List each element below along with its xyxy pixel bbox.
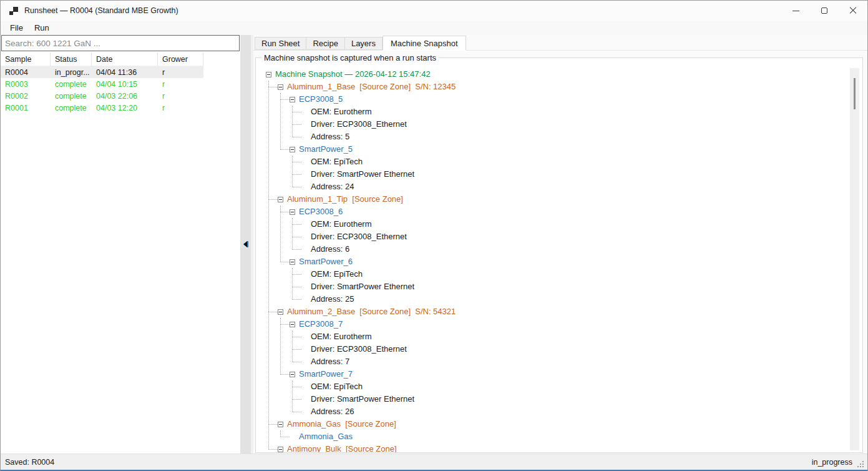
tree-connector-line [280,430,281,437]
tree-node-prop[interactable]: OEM: Eurotherm [301,330,862,343]
resize-grip-icon[interactable] [857,460,865,469]
expander-minus-icon[interactable] [290,322,295,327]
expander-minus-icon[interactable] [290,147,295,152]
close-icon [849,7,857,14]
expander-minus-icon[interactable] [290,372,295,377]
minimize-button[interactable] [781,1,810,21]
runs-table-header: SampleStatusDateGrower [1,52,203,66]
column-header-sample[interactable]: Sample [1,52,51,66]
tree-node-label: OEM: Eurotherm [311,218,372,231]
expander-minus-icon[interactable] [278,309,283,315]
tree-node-label: Driver: ECP3008_Ethernet [311,118,407,131]
tab-recipe[interactable]: Recipe [306,37,344,50]
menu-file[interactable]: File [4,22,29,34]
tree-node-zone[interactable]: Ammonia_Gas [Source Zone] [278,418,862,430]
tree-node-prop[interactable]: Address: 6 [301,243,862,255]
runs-table: SampleStatusDateGrower R0004in_progr...0… [1,52,203,114]
tree-node-label: OEM: Eurotherm [311,330,372,343]
tree-node-label: Machine Snapshot — 2026-04-12 15:47:42 [275,68,431,81]
tab-run-sheet[interactable]: Run Sheet [255,37,306,50]
tree-node-device[interactable]: ECP3008_7 [290,318,862,330]
tree-node-label: Aluminum_2_Base [Source Zone] S/N: 54321 [287,305,456,318]
tree-node-label: ECP3008_6 [299,206,343,218]
tree-node-prop[interactable]: Driver: SmartPower Ethernet [301,280,862,293]
column-header-status[interactable]: Status [51,52,92,66]
column-header-date[interactable]: Date [92,52,158,66]
tree-scrollbar-thumb[interactable] [854,78,856,109]
maximize-button[interactable] [810,1,839,21]
cell-date: 04/04 11:36 [92,66,158,78]
tree-node-zone[interactable]: Aluminum_2_Base [Source Zone] S/N: 54321 [278,305,862,318]
tree-node-prop[interactable]: Driver: ECP3008_Ethernet [301,118,862,131]
expander-minus-icon[interactable] [266,72,271,77]
menu-run[interactable]: Run [29,22,55,34]
tree-node-zone[interactable]: Aluminum_1_Base [Source Zone] S/N: 12345 [278,81,862,93]
tree-node-label: Address: 24 [311,181,354,193]
maximize-icon [821,7,827,14]
column-header-grower[interactable]: Grower [158,52,203,66]
tree-node-prop[interactable]: OEM: Eurotherm [301,218,862,231]
tree-node-device[interactable]: SmartPower_5 [290,143,862,156]
tree-node-device[interactable]: SmartPower_7 [290,368,862,380]
tree-node-prop[interactable]: OEM: EpiTech [301,380,862,393]
tree-children-group: OEM: EurothermDriver: ECP3008_EthernetAd… [290,330,862,368]
tree-node-prop[interactable]: Driver: ECP3008_Ethernet [301,343,862,355]
tree-node-zone[interactable]: Aluminum_1_Tip [Source Zone] [278,193,862,206]
tree-node-device[interactable]: ECP3008_6 [290,206,862,218]
tree-node-label: Address: 26 [311,405,354,418]
tree-node-prop[interactable]: Address: 24 [301,181,862,193]
tree-node-prop[interactable]: Driver: SmartPower Ethernet [301,168,862,181]
panel-splitter[interactable] [240,35,253,454]
expander-minus-icon[interactable] [278,447,283,452]
tree-node-prop[interactable]: OEM: EpiTech [301,156,862,168]
app-window: Runsheet — R0004 (Standard MBE Growth) F… [0,0,868,471]
tree-node-label: Driver: SmartPower Ethernet [311,168,414,181]
table-row-r0003[interactable]: R0003complete04/04 10:15r [1,78,203,90]
tree-node-prop[interactable]: Address: 26 [301,405,862,418]
tab-layers[interactable]: Layers [345,37,383,50]
expander-minus-icon[interactable] [290,209,295,215]
cell-status: complete [51,90,92,102]
tree-node-prop[interactable]: Driver: SmartPower Ethernet [301,393,862,405]
expander-minus-icon[interactable] [278,197,283,202]
tree-node-zone[interactable]: Antimony_Bulk [Source Zone] [278,443,862,452]
tree-node-prop[interactable]: Address: 5 [301,131,862,143]
cell-status: complete [51,78,92,90]
table-row-r0001[interactable]: R0001complete04/03 12:20r [1,102,203,114]
tree-node-prop[interactable]: Address: 7 [301,355,862,368]
tree-node-label: SmartPower_6 [299,255,353,268]
tree-node-prop[interactable]: Driver: ECP3008_Ethernet [301,231,862,243]
tree-node-prop[interactable]: OEM: Eurotherm [301,106,862,118]
table-row-r0004[interactable]: R0004in_progr...04/04 11:36r [1,66,203,78]
close-button[interactable] [839,1,867,21]
tree-connector-line [280,206,281,262]
tree-connector-line [280,318,281,374]
tree-node-label: Address: 6 [311,243,349,255]
tree-node-label: Driver: SmartPower Ethernet [311,393,414,405]
tree-node-device[interactable]: ECP3008_5 [290,93,862,106]
expander-minus-icon[interactable] [290,97,295,102]
collapse-splitter-button[interactable] [243,241,248,247]
tree-children-group: ECP3008_7OEM: EurothermDriver: ECP3008_E… [278,318,862,418]
tree-node-device[interactable]: Ammonia_Gas [290,430,862,443]
tree-node-root[interactable]: Machine Snapshot — 2026-04-12 15:47:42 [266,68,862,81]
tab-strip: Run SheetRecipeLayersMachine Snapshot [253,35,867,50]
tree-connector-line [292,268,293,299]
expander-minus-icon[interactable] [278,84,283,90]
table-row-r0002[interactable]: R0002complete04/03 22:06r [1,90,203,102]
expander-minus-icon[interactable] [290,259,295,265]
tab-machine-snapshot[interactable]: Machine Snapshot [383,36,466,51]
tree-node-label: Antimony_Bulk [Source Zone] [287,443,397,452]
expander-minus-icon[interactable] [278,422,283,427]
tree-scrollbar[interactable] [850,68,859,450]
minimize-icon [792,11,799,11]
search-input[interactable] [1,35,240,51]
tree-node-label: Aluminum_1_Base [Source Zone] S/N: 12345 [287,81,456,93]
tree-node-label: Address: 7 [311,355,349,368]
tree-node-prop[interactable]: OEM: EpiTech [301,268,862,280]
tree-node-device[interactable]: SmartPower_6 [290,255,862,268]
tree-node-prop[interactable]: Address: 25 [301,293,862,305]
cell-date: 04/04 10:15 [92,78,158,90]
tree-node-label: SmartPower_7 [299,368,353,380]
tree-connector-line [292,156,293,187]
